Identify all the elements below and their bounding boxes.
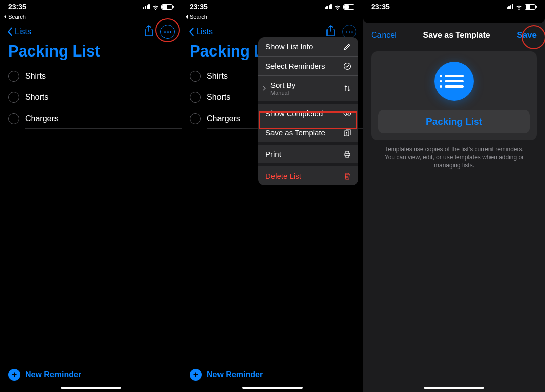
menu-select-reminders[interactable]: Select Reminders bbox=[258, 57, 358, 76]
battery-icon bbox=[343, 4, 356, 10]
status-icons bbox=[143, 4, 174, 10]
back-to-search[interactable]: Search bbox=[0, 12, 182, 21]
menu-show-list-info[interactable]: Show List Info bbox=[258, 37, 358, 57]
share-icon[interactable] bbox=[144, 25, 153, 38]
chevron-right-icon bbox=[260, 84, 268, 92]
printer-icon bbox=[343, 150, 351, 158]
menu-show-completed[interactable]: Show Completed bbox=[258, 104, 358, 123]
svg-point-0 bbox=[344, 63, 351, 69]
share-icon[interactable] bbox=[326, 25, 335, 38]
menu-delete-list[interactable]: Delete List bbox=[258, 166, 358, 185]
complete-circle-icon[interactable] bbox=[8, 71, 19, 82]
cellular-icon bbox=[143, 4, 150, 9]
phone-screen-3: 23:35 Cancel Save as Template Save Packi… bbox=[363, 0, 545, 392]
template-hint-text: Templates use copies of the list's curre… bbox=[371, 140, 537, 175]
reminder-item[interactable]: Shorts bbox=[0, 87, 182, 108]
status-bar: 23:35 bbox=[182, 0, 363, 12]
complete-circle-icon[interactable] bbox=[190, 113, 201, 124]
menu-sort-by[interactable]: Sort By Manual bbox=[258, 76, 358, 104]
complete-circle-icon[interactable] bbox=[190, 92, 201, 103]
modal-nav-bar: Cancel Save as Template Save bbox=[363, 23, 545, 45]
back-button[interactable]: Lists bbox=[7, 27, 31, 36]
phone-screen-2: 23:35 Search Lists Packing List Shirts S… bbox=[182, 0, 363, 392]
status-time: 23:35 bbox=[8, 3, 26, 11]
list-title: Packing List bbox=[0, 40, 182, 66]
menu-print[interactable]: Print bbox=[258, 145, 358, 166]
svg-rect-4 bbox=[346, 151, 349, 153]
cellular-icon bbox=[507, 4, 513, 9]
back-to-search[interactable]: Search bbox=[182, 12, 363, 21]
template-card: Packing List bbox=[371, 51, 537, 140]
new-reminder-button[interactable]: + New Reminder bbox=[182, 369, 363, 384]
list-bullet-icon bbox=[434, 62, 474, 101]
sort-arrows-icon bbox=[343, 84, 351, 92]
complete-circle-icon[interactable] bbox=[8, 92, 19, 103]
status-icons bbox=[325, 4, 356, 10]
home-indicator[interactable] bbox=[424, 387, 484, 389]
context-menu: Show List Info Select Reminders Sort By … bbox=[258, 37, 358, 185]
reminders-list: Shirts Shorts Chargers bbox=[0, 66, 182, 129]
battery-icon bbox=[161, 4, 174, 10]
status-time: 23:35 bbox=[371, 3, 390, 11]
complete-circle-icon[interactable] bbox=[190, 71, 201, 82]
status-bar: 23:35 bbox=[0, 0, 182, 12]
battery-icon bbox=[525, 4, 537, 10]
wifi-icon bbox=[515, 4, 523, 10]
plus-icon: + bbox=[190, 369, 202, 381]
cancel-button[interactable]: Cancel bbox=[371, 31, 397, 40]
back-button[interactable]: Lists bbox=[189, 27, 213, 36]
status-time: 23:35 bbox=[190, 3, 208, 11]
new-reminder-button[interactable]: + New Reminder bbox=[0, 369, 182, 384]
wifi-icon bbox=[152, 4, 159, 10]
template-icon bbox=[343, 129, 351, 137]
cellular-icon bbox=[325, 4, 332, 9]
pencil-icon bbox=[343, 43, 351, 51]
more-button[interactable] bbox=[160, 25, 175, 39]
menu-save-as-template[interactable]: Save as Template bbox=[258, 123, 358, 145]
complete-circle-icon[interactable] bbox=[8, 113, 19, 124]
svg-point-1 bbox=[346, 113, 348, 115]
home-indicator[interactable] bbox=[242, 387, 303, 389]
template-name-input[interactable]: Packing List bbox=[378, 110, 530, 133]
plus-icon: + bbox=[8, 369, 20, 381]
status-bar: 23:35 bbox=[363, 0, 545, 12]
eye-icon bbox=[343, 109, 351, 118]
checkmark-circle-icon bbox=[343, 62, 351, 70]
reminder-item[interactable]: Shirts bbox=[0, 66, 182, 87]
status-icons bbox=[507, 4, 537, 10]
reminder-item[interactable]: Chargers bbox=[0, 108, 182, 129]
more-button[interactable] bbox=[342, 25, 356, 39]
nav-bar: Lists bbox=[0, 21, 182, 40]
modal-title: Save as Template bbox=[423, 31, 490, 40]
home-indicator[interactable] bbox=[61, 387, 121, 389]
wifi-icon bbox=[334, 4, 341, 10]
phone-screen-1: 23:35 Search Lists Packing List Shirts S… bbox=[0, 0, 182, 392]
trash-icon bbox=[343, 172, 351, 180]
save-button[interactable]: Save bbox=[517, 30, 537, 40]
